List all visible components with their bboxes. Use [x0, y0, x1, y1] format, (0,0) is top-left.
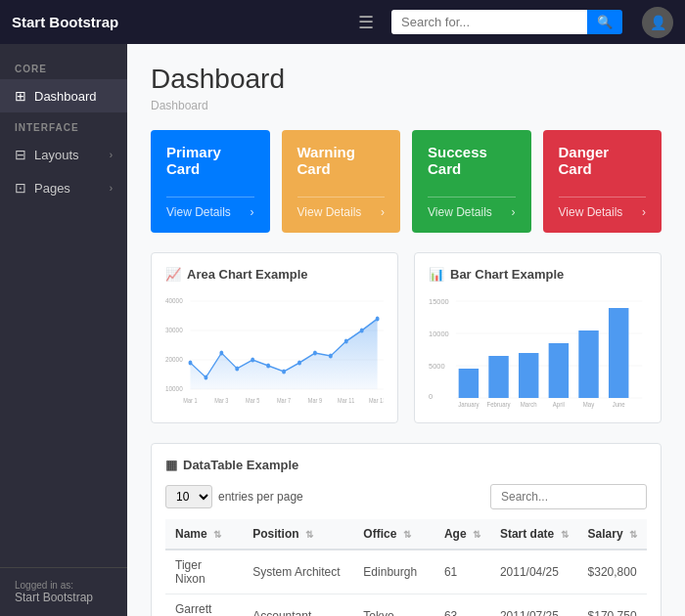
area-chart-svg: 40000 30000 20000 10000 [165, 291, 384, 409]
table-row: Garrett WintersAccountantTokyo632011/07/… [165, 594, 647, 617]
area-chart-container: 40000 30000 20000 10000 [165, 291, 384, 409]
chevron-right-icon-pages: › [110, 183, 113, 194]
th-age[interactable]: Age ⇅ [434, 519, 490, 550]
sort-icon-position: ⇅ [305, 529, 313, 540]
card-danger[interactable]: Danger Card View Details › [543, 130, 662, 233]
area-chart-card: 📈 Area Chart Example 40000 30000 20000 1… [151, 252, 398, 423]
pages-icon: ⊡ [15, 180, 26, 196]
svg-text:Mar 3: Mar 3 [214, 396, 229, 404]
bar-chart-card: 📊 Bar Chart Example 15000 10000 5000 0 [414, 252, 662, 423]
table-cell: Tiger Nixon [165, 550, 243, 594]
sort-icon-office: ⇅ [403, 529, 411, 540]
bar-chart-container: 15000 10000 5000 0 [429, 291, 647, 409]
svg-point-21 [376, 317, 380, 322]
bar-chart-icon: 📊 [429, 267, 444, 282]
svg-text:March: March [521, 401, 537, 408]
svg-text:Mar 5: Mar 5 [246, 396, 260, 404]
area-chart-icon: 📈 [165, 267, 181, 282]
sidebar-item-label-layouts: Layouts [34, 148, 79, 162]
area-chart-title: 📈 Area Chart Example [165, 267, 384, 282]
card-warning[interactable]: Warning Card View Details › [282, 130, 401, 233]
table-cell: 2011/07/25 [490, 594, 578, 617]
svg-text:April: April [553, 401, 565, 409]
svg-marker-8 [190, 319, 377, 389]
search-input[interactable] [391, 10, 587, 34]
sidebar-toggle-icon[interactable]: ☰ [358, 12, 374, 33]
card-warning-link[interactable]: View Details › [297, 197, 386, 219]
svg-point-14 [266, 364, 270, 369]
table-cell: Edinburgh [353, 550, 434, 594]
svg-rect-40 [549, 343, 569, 398]
svg-text:5000: 5000 [429, 362, 445, 371]
sidebar-item-label-dashboard: Dashboard [34, 89, 97, 104]
th-office[interactable]: Office ⇅ [353, 519, 434, 550]
th-salary[interactable]: Salary ⇅ [578, 519, 647, 550]
card-danger-link[interactable]: View Details › [559, 197, 647, 219]
th-position[interactable]: Position ⇅ [243, 519, 353, 550]
main-content: Dashboard Dashboard Primary Card View De… [127, 44, 685, 616]
table-row: Tiger NixonSystem ArchitectEdinburgh6120… [165, 550, 647, 594]
entries-label: entries per page [218, 490, 303, 504]
table-cell: Tokyo [353, 594, 434, 617]
dashboard-icon: ⊞ [15, 88, 26, 104]
bar-chart-svg: 15000 10000 5000 0 [429, 291, 647, 409]
search-button[interactable]: 🔍 [587, 10, 622, 34]
svg-text:Mar 9: Mar 9 [308, 396, 323, 404]
user-menu-button[interactable]: 👤 [642, 7, 673, 38]
chevron-right-card-success: › [512, 205, 516, 219]
bar-chart-title: 📊 Bar Chart Example [429, 267, 647, 282]
svg-text:Mar 1: Mar 1 [183, 396, 198, 404]
sidebar-item-layouts[interactable]: ⊟ Layouts › [0, 138, 127, 171]
chevron-right-icon: › [110, 150, 113, 160]
card-primary[interactable]: Primary Card View Details › [151, 130, 270, 233]
table-cell: Garrett Winters [165, 594, 243, 617]
search-wrapper: 🔍 [391, 10, 622, 34]
svg-text:20000: 20000 [165, 354, 183, 364]
svg-text:15000: 15000 [429, 297, 449, 306]
th-name[interactable]: Name ⇅ [165, 519, 243, 550]
card-success[interactable]: Success Card View Details › [412, 130, 531, 233]
card-success-title: Success Card [428, 144, 516, 177]
svg-text:40000: 40000 [165, 295, 183, 305]
table-head: Name ⇅ Position ⇅ Office ⇅ Age ⇅ Start d… [165, 519, 647, 550]
sidebar-item-dashboard[interactable]: ⊞ Dashboard [0, 79, 127, 112]
svg-rect-42 [609, 308, 628, 398]
table-cell: System Architect [243, 550, 353, 594]
svg-point-17 [313, 351, 317, 356]
card-danger-title: Danger Card [559, 144, 647, 177]
table-cell: 63 [434, 594, 490, 617]
table-cell: $320,800 [578, 550, 647, 594]
chevron-right-card-warning: › [381, 205, 385, 219]
sidebar-item-pages[interactable]: ⊡ Pages › [0, 171, 127, 204]
svg-point-18 [329, 354, 333, 359]
th-start-date[interactable]: Start date ⇅ [490, 519, 578, 550]
datatable-table: Name ⇅ Position ⇅ Office ⇅ Age ⇅ Start d… [165, 519, 647, 616]
svg-point-16 [297, 361, 301, 366]
svg-text:Mar 13: Mar 13 [369, 396, 384, 404]
svg-text:30000: 30000 [165, 325, 183, 334]
svg-text:February: February [486, 401, 511, 409]
svg-text:June: June [613, 401, 626, 408]
datatable-controls: 10 25 50 entries per page [165, 484, 647, 509]
sidebar: CORE ⊞ Dashboard INTERFACE ⊟ Layouts › ⊡… [0, 44, 127, 616]
charts-row: 📈 Area Chart Example 40000 30000 20000 1… [151, 252, 662, 423]
card-primary-link[interactable]: View Details › [166, 197, 254, 219]
sidebar-footer-user: Start Bootstrap [15, 591, 113, 604]
sort-icon-age: ⇅ [473, 529, 480, 540]
table-search-input[interactable] [490, 484, 647, 509]
table-cell: 61 [434, 550, 490, 594]
navbar: Start Bootstrap ☰ 🔍 👤 [0, 0, 685, 44]
sidebar-item-label-pages: Pages [34, 181, 70, 196]
sidebar-footer: Logged in as: Start Bootstrap [0, 567, 127, 616]
svg-point-13 [251, 358, 254, 363]
svg-point-19 [344, 339, 348, 344]
svg-rect-38 [488, 356, 508, 398]
svg-rect-41 [578, 330, 598, 398]
sort-icon-start-date: ⇅ [561, 529, 569, 540]
card-success-link[interactable]: View Details › [428, 197, 516, 219]
datatable-title: ▦ DataTable Example [165, 458, 647, 472]
sort-icon-salary: ⇅ [629, 529, 637, 540]
entries-select[interactable]: 10 25 50 [165, 485, 212, 508]
svg-text:10000: 10000 [165, 383, 183, 393]
breadcrumb: Dashboard [151, 99, 662, 112]
